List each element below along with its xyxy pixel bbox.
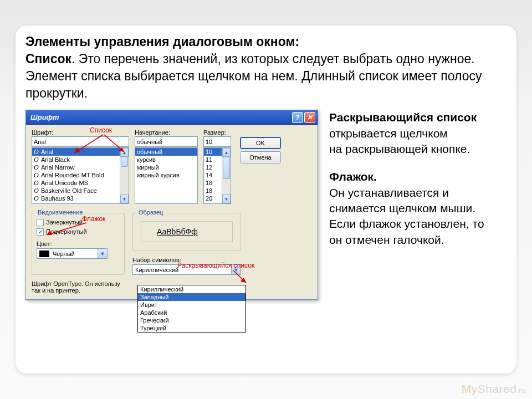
scroll-thumb[interactable] — [223, 157, 230, 179]
color-combo[interactable]: Черный ▼ — [37, 248, 108, 259]
underline-label: Подчеркнутый — [46, 227, 87, 237]
list-item: OArial Narrow — [32, 163, 129, 171]
font-dialog: Шрифт ? ✕ Шрифт: OArial OArial Black — [25, 110, 318, 300]
ok-button[interactable]: OK — [240, 137, 281, 149]
size-label: Размер: — [203, 129, 231, 136]
checkbox-icon[interactable] — [37, 219, 44, 226]
scrollbar[interactable]: ▲ ▼ — [120, 148, 129, 203]
font-listbox[interactable]: OArial OArial Black OArial Narrow OArial… — [32, 147, 129, 204]
slide-card: Элементы управления диалоговым окном: Сп… — [16, 25, 516, 374]
list-item: OArial — [32, 148, 129, 156]
strike-checkbox-row: Зачеркнутый — [37, 218, 120, 227]
underline-checkbox-row: ✔ Подчеркнутый — [37, 227, 120, 237]
list-item: Греческий — [138, 316, 245, 324]
scrollbar[interactable]: ▲ ▼ — [222, 148, 231, 203]
strike-label: Зачеркнутый — [46, 218, 83, 227]
close-button[interactable]: ✕ — [304, 112, 315, 123]
scroll-down-icon[interactable]: ▼ — [120, 195, 129, 203]
sample-legend: Образец — [136, 209, 165, 216]
size-listbox[interactable]: 10 11 12 14 16 18 20 ▲ ▼ — [203, 147, 231, 204]
list-item: OArial Rounded MT Bold — [32, 171, 129, 179]
window-title: Шрифт — [30, 113, 59, 121]
list-item: жирный — [135, 163, 197, 171]
list-item: Иврит — [138, 301, 245, 309]
effects-legend: Видоизменение — [35, 209, 85, 216]
scroll-down-icon[interactable]: ▼ — [222, 195, 231, 203]
list-item: обычный — [135, 148, 197, 156]
watermark: MyShared.ru — [462, 382, 525, 396]
charset-value: Кириллический — [133, 267, 231, 273]
scroll-thumb[interactable] — [121, 157, 128, 167]
charset-label: Набор символов: — [132, 257, 181, 263]
heading-text: Элементы управления диалоговым окном: Сп… — [25, 33, 507, 102]
charset-dropdown-list[interactable]: Кириллический Западный Иврит Арабский Гр… — [137, 285, 246, 332]
list-item: OBaskerville Old Face — [32, 187, 129, 195]
dialog-illustration: Шрифт ? ✕ Шрифт: OArial OArial Black — [25, 110, 319, 300]
chevron-down-icon[interactable]: ▼ — [231, 265, 241, 274]
list-item: курсив — [135, 156, 197, 163]
list-item: Турецкий — [138, 324, 245, 332]
list-item: OArial Black — [32, 156, 129, 163]
help-button[interactable]: ? — [292, 112, 303, 123]
charset-combo[interactable]: Кириллический ▼ — [132, 264, 241, 275]
color-value: Черный — [52, 250, 98, 257]
explanation-text: Раскрывающийся список открывается щелчко… — [329, 110, 495, 300]
titlebar: Шрифт ? ✕ — [26, 110, 318, 125]
chevron-down-icon[interactable]: ▼ — [98, 249, 107, 258]
checkbox-icon[interactable]: ✔ — [37, 228, 44, 236]
font-input[interactable] — [32, 136, 129, 147]
style-listbox[interactable]: обычный курсив жирный жирный курсив — [135, 147, 198, 204]
color-label: Цвет: — [37, 241, 52, 247]
color-swatch — [39, 250, 49, 257]
list-item: OArial Unicode MS — [32, 179, 129, 187]
cancel-button[interactable]: Отмена — [240, 151, 281, 163]
style-input[interactable] — [135, 136, 198, 147]
scroll-up-icon[interactable]: ▲ — [222, 148, 231, 157]
size-input[interactable] — [203, 136, 231, 147]
effects-group: Видоизменение Зачеркнутый ✔ Подчеркнутый… — [32, 213, 125, 275]
list-item: Арабский — [138, 309, 245, 316]
list-item: жирный курсив — [135, 171, 197, 179]
list-item: Кириллический — [138, 285, 245, 293]
font-label: Шрифт: — [32, 129, 129, 136]
sample-group: Образец АаВbБбФф — [132, 213, 241, 250]
style-label: Начертание: — [135, 129, 198, 136]
list-item: Западный — [138, 293, 245, 301]
sample-text: АаВbБбФф — [141, 221, 233, 242]
scroll-up-icon[interactable]: ▲ — [120, 148, 129, 157]
list-item: OBauhaus 93 — [32, 195, 129, 202]
